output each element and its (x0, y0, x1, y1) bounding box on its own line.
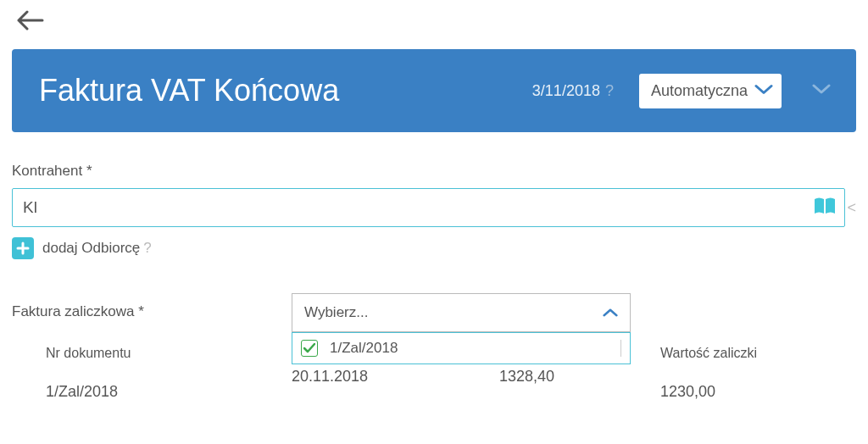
chevron-down-icon (812, 83, 831, 95)
chevron-down-icon (754, 82, 773, 100)
advance-invoice-dropdown[interactable]: Wybierz... 1/Zal/2018 (292, 293, 631, 332)
cell-date: 20.11.2018 (292, 368, 499, 386)
type-select-value: Automatyczna (651, 82, 748, 100)
back-button[interactable] (0, 0, 868, 44)
header-date-section: 3/11/2018 ? (532, 82, 614, 100)
col-header-advance: Wartość zaliczki (660, 346, 830, 361)
cell-gross: 1328,40 (499, 368, 660, 386)
type-select[interactable]: Automatyczna (639, 74, 782, 108)
contractor-label: Kontrahent * (12, 163, 856, 180)
help-icon[interactable]: ? (605, 82, 614, 100)
advance-invoice-label: Faktura zaliczkowa * (12, 293, 292, 320)
dropdown-option[interactable]: 1/Zal/2018 (292, 333, 630, 364)
help-icon[interactable]: ? (143, 240, 151, 257)
add-recipient-button[interactable]: dodaj Odbiorcę ? (12, 237, 856, 259)
col-header-doc: Nr dokumentu (46, 346, 292, 361)
form-area: Kontrahent * < dodaj Odbiorcę ? Faktura … (0, 137, 868, 401)
book-icon (813, 197, 837, 215)
page-header: Faktura VAT Końcowa 3/11/2018 ? Automaty… (12, 49, 856, 132)
header-date[interactable]: 3/11/2018 (532, 82, 600, 100)
contacts-button[interactable] (813, 197, 837, 219)
dropdown-option-label: 1/Zal/2018 (330, 340, 398, 357)
cell-doc-number: 1/Zal/2018 (46, 383, 292, 401)
side-marker-icon: < (847, 199, 856, 217)
dropdown-placeholder: Wybierz... (304, 304, 368, 321)
arrow-left-icon (17, 10, 44, 31)
expand-toggle[interactable] (812, 83, 831, 98)
dropdown-panel: 1/Zal/2018 (292, 332, 631, 364)
page-title: Faktura VAT Końcowa (39, 73, 339, 108)
checkbox-checked-icon (301, 340, 318, 357)
plus-icon (12, 237, 34, 259)
contractor-input[interactable] (12, 188, 845, 227)
cell-advance-value: 1230,00 (660, 383, 830, 401)
add-recipient-label: dodaj Odbiorcę (42, 240, 140, 257)
chevron-up-icon (603, 308, 618, 318)
dropdown-trigger[interactable]: Wybierz... (292, 293, 631, 332)
